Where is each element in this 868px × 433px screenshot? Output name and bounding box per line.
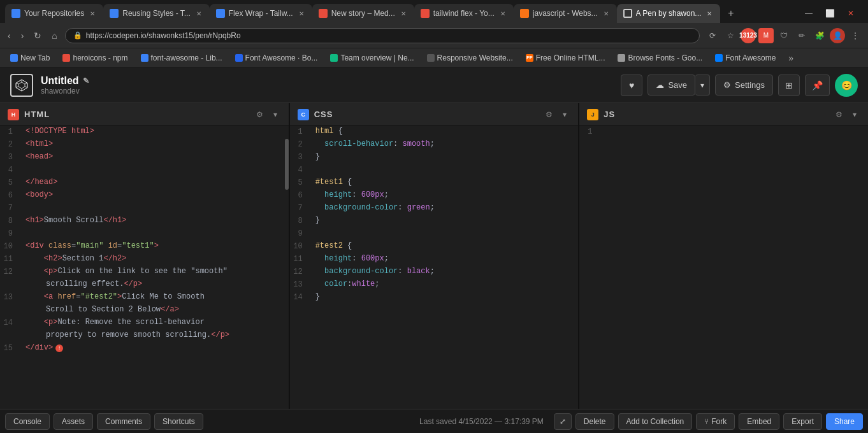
back-button[interactable]: ‹ (5, 28, 13, 43)
html-code-area[interactable]: 1 <!DOCTYPE html> 2 <html> 3 <head> 4 5 (0, 126, 289, 409)
fork-button[interactable]: ⑂ Fork (696, 413, 735, 430)
bookmark-heroicons[interactable]: heroicons - npm (57, 52, 133, 64)
bookmark-font-awesome-lib[interactable]: font-awesome - Lib... (136, 52, 228, 64)
tab-close-icon[interactable]: ✕ (705, 9, 714, 18)
tab-your-repos[interactable]: Your Repositories ✕ (5, 4, 103, 23)
heart-button[interactable]: ♥ (621, 75, 642, 96)
extensions-icon[interactable]: ⟳ (705, 28, 720, 43)
code-line: 7 background-color: green; (290, 202, 579, 215)
gmail-icon[interactable]: M (758, 28, 774, 43)
tab-favicon (421, 9, 430, 18)
comments-button[interactable]: Comments (97, 413, 150, 430)
pen-title-text[interactable]: Untitled (41, 75, 79, 87)
svg-line-3 (25, 83, 27, 84)
menu-icon[interactable]: ⋮ (848, 28, 863, 43)
puzzle-icon[interactable]: 🧩 (812, 28, 827, 43)
tab-flex-wrap[interactable]: Flex Wrap - Tailw... ✕ (210, 4, 312, 23)
js-editor-header: J JS ⚙ ▾ (579, 103, 868, 126)
css-collapse-button[interactable]: ▾ (559, 108, 570, 122)
forward-button[interactable]: › (18, 28, 27, 43)
tab-close-icon[interactable]: ✕ (194, 9, 203, 18)
home-button[interactable]: ⌂ (49, 28, 59, 43)
code-line: 13 color:white; (290, 279, 579, 292)
tab-favicon (110, 9, 119, 18)
close-button[interactable]: ✕ (844, 8, 858, 19)
code-line: 12 background-color: black; (290, 266, 579, 279)
bottom-bar: Console Assets Comments Shortcuts Last s… (0, 409, 868, 433)
save-button-group: ☁ Save ▾ (647, 75, 710, 96)
star-icon[interactable]: ☆ (723, 28, 738, 43)
save-dropdown-button[interactable]: ▾ (695, 75, 710, 96)
pen-title-area: Untitled ✎ shawondev (41, 75, 621, 96)
codepen-logo[interactable] (10, 74, 33, 97)
bookmark-font-awesome-bo[interactable]: Font Awesome · Bo... (230, 52, 323, 64)
share-button[interactable]: Share (826, 413, 863, 430)
bookmark-icon (10, 54, 18, 62)
fullscreen-button[interactable]: ⤢ (554, 413, 572, 430)
js-settings-button[interactable]: ⚙ (832, 108, 846, 122)
code-line: 2 scroll-behavior: smooth; (290, 139, 579, 152)
tab-close-icon[interactable]: ✕ (498, 9, 507, 18)
bookmark-label: Font Awesome (725, 53, 776, 62)
tab-codepen-active[interactable]: A Pen by shawon... ✕ (617, 4, 721, 23)
tab-close-icon[interactable]: ✕ (297, 9, 306, 18)
bookmark-responsive[interactable]: Responsive Website... (422, 52, 518, 64)
bookmark-more[interactable]: » (783, 52, 799, 64)
maximize-button[interactable]: ⬜ (821, 8, 839, 19)
tab-close-icon[interactable]: ✕ (88, 9, 97, 18)
account-icon[interactable]: 👤 (830, 28, 845, 43)
user-avatar[interactable]: 😊 (835, 74, 858, 97)
tab-label: New story – Med... (331, 9, 395, 18)
bookmark-label: heroicons - npm (73, 53, 127, 62)
tab-close-icon[interactable]: ✕ (602, 9, 611, 18)
css-code-area[interactable]: 1 html { 2 scroll-behavior: smooth; 3 } … (290, 126, 579, 409)
css-settings-button[interactable]: ⚙ (542, 108, 556, 122)
bookmark-icon: FF (526, 54, 533, 62)
code-line: 9 (290, 228, 579, 241)
shield-icon[interactable]: 🛡 (776, 28, 792, 43)
shortcuts-button[interactable]: Shortcuts (154, 413, 203, 430)
code-line: 11 height: 600px; (290, 253, 579, 266)
tab-label: A Pen by shawon... (636, 9, 702, 18)
minimize-button[interactable]: — (801, 8, 816, 19)
add-to-collection-button[interactable]: Add to Collection (618, 413, 693, 430)
js-collapse-button[interactable]: ▾ (849, 108, 860, 122)
embed-button[interactable]: Embed (739, 413, 779, 430)
scrollbar-thumb[interactable] (285, 139, 289, 190)
pen-title: Untitled ✎ (41, 75, 621, 87)
bookmark-team-overview[interactable]: Team overview | Ne... (325, 52, 419, 64)
tab-close-icon[interactable]: ✕ (399, 9, 408, 18)
console-button[interactable]: Console (5, 413, 50, 430)
bookmark-font-awesome[interactable]: Font Awesome (710, 52, 781, 64)
tab-favicon (623, 9, 632, 18)
edit-icon[interactable]: ✏ (794, 28, 809, 43)
bookmark-new-tab[interactable]: New Tab (5, 52, 55, 64)
bookmark-free-html[interactable]: FF Free Online HTML... (521, 52, 611, 64)
pen-edit-icon[interactable]: ✎ (83, 76, 89, 85)
save-button[interactable]: ☁ Save (647, 75, 695, 96)
tab-tailwind-flex[interactable]: tailwind flex - Yo... ✕ (414, 4, 514, 23)
bookmark-icon (330, 54, 338, 62)
tab-javascript[interactable]: javascript - Webs... ✕ (514, 4, 617, 23)
layout-button[interactable]: ⊞ (778, 75, 800, 96)
settings-button[interactable]: ⚙ Settings (715, 75, 773, 96)
js-code-area[interactable]: 1 (579, 126, 868, 409)
url-bar[interactable]: 🔒 https://codepen.io/shawonkst15/pen/rNp… (65, 28, 700, 43)
pin-button[interactable]: 📌 (805, 75, 830, 96)
tab-favicon (520, 9, 529, 18)
svg-marker-1 (18, 82, 25, 89)
pen-username[interactable]: shawondev (41, 87, 621, 96)
html-settings-button[interactable]: ⚙ (252, 108, 267, 122)
delete-button[interactable]: Delete (575, 413, 614, 430)
code-line: 9 (0, 228, 289, 241)
html-collapse-button[interactable]: ▾ (270, 108, 281, 122)
assets-button[interactable]: Assets (54, 413, 93, 430)
new-tab-button[interactable]: + (723, 5, 739, 22)
reload-button[interactable]: ↻ (31, 28, 44, 43)
tab-reusing-styles[interactable]: Reusing Styles - T... ✕ (103, 4, 210, 23)
tab-new-story[interactable]: New story – Med... ✕ (312, 4, 414, 23)
save-label: Save (668, 80, 687, 90)
export-button[interactable]: Export (783, 413, 822, 430)
bookmark-browse-fonts[interactable]: Browse Fonts - Goo... (612, 52, 707, 64)
code-line: 2 <html> (0, 139, 289, 152)
